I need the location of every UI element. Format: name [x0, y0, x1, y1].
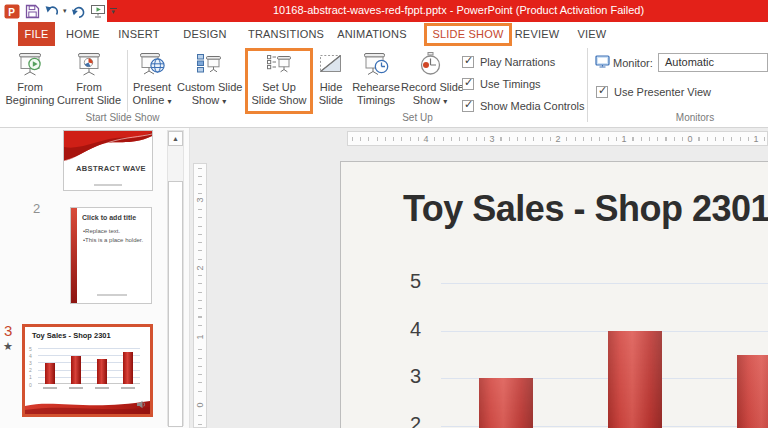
svg-text:P: P: [8, 6, 15, 17]
dropdown-caret-icon: ▾: [222, 97, 226, 106]
thumbnail-scrollbar[interactable]: ▲: [167, 130, 184, 426]
group-label-monitors: Monitors: [610, 112, 768, 123]
mini-chart-bar: [45, 363, 55, 385]
checkbox[interactable]: [596, 86, 608, 98]
save-icon[interactable]: [24, 2, 41, 20]
button-label: Show ▾: [401, 94, 459, 108]
mini-chart-bar: [123, 352, 133, 384]
slide-1-title: ABSTRACT WAVE: [76, 164, 146, 173]
from-beginning-icon: [14, 50, 46, 80]
slide-1-thumbnail[interactable]: ABSTRACT WAVE: [63, 130, 153, 191]
tab-insert[interactable]: INSERT: [116, 22, 162, 46]
scrollbar-thumb[interactable]: [168, 181, 183, 427]
checkbox[interactable]: [462, 78, 474, 90]
animation-star-icon: ★: [3, 340, 13, 353]
tab-home[interactable]: HOME: [62, 22, 104, 46]
slide-canvas[interactable]: Toy Sales - Shop 2301 5432: [340, 161, 768, 428]
scroll-up-arrow-icon[interactable]: ▲: [168, 131, 183, 146]
tab-design[interactable]: DESIGN: [182, 22, 228, 46]
set-up-slide-show-icon: [263, 50, 295, 80]
dropdown-caret-icon: ▾: [443, 97, 447, 106]
checkbox-label: Play Narrations: [480, 56, 555, 68]
button-label: Show ▾: [177, 94, 241, 108]
tab-animations[interactable]: ANIMATIONS: [336, 22, 408, 46]
horizontal-ruler: 4 3 2 1 0 1: [347, 131, 768, 146]
mini-y-axis-label: 1: [29, 374, 32, 380]
start-slideshow-icon[interactable]: [89, 2, 107, 20]
undo-icon[interactable]: [43, 2, 60, 20]
record-slide-show-button[interactable]: Record Slide Show ▾: [401, 48, 459, 122]
tab-review[interactable]: REVIEW: [512, 22, 562, 46]
button-label: Online ▾: [129, 94, 175, 108]
record-slide-show-icon: [414, 50, 446, 80]
ruler-number: 3: [486, 133, 497, 145]
mini-x-axis-label: [69, 387, 83, 389]
tab-transitions[interactable]: TRANSITIONS: [248, 22, 316, 46]
button-label: Custom Slide: [177, 81, 241, 94]
slide-2-bullet: This is a place holder.: [83, 237, 143, 243]
ruler-number: 4: [420, 133, 431, 145]
ruler-number: 3: [194, 194, 206, 206]
chart-gridline: [441, 283, 768, 284]
tab-view[interactable]: VIEW: [570, 22, 614, 46]
tab-slide-show[interactable]: SLIDE SHOW: [430, 22, 506, 46]
red-accent-bar: [71, 208, 77, 303]
button-label: Beginning: [5, 94, 55, 107]
rehearse-timings-icon: [360, 50, 392, 80]
mini-chart-bar: [97, 359, 107, 384]
set-up-slide-show-button[interactable]: Set Up Slide Show: [249, 48, 309, 122]
slide-3-thumbnail[interactable]: Toy Sales - Shop 2301 012345: [22, 324, 153, 417]
use-presenter-view-checkbox[interactable]: Use Presenter View: [596, 84, 711, 99]
main-area: ABSTRACT WAVE 2 Click to add title Repla…: [0, 128, 768, 428]
tab-file[interactable]: FILE: [18, 22, 55, 46]
from-current-slide-button[interactable]: From Current Slide: [55, 48, 123, 122]
checkbox[interactable]: [462, 56, 474, 68]
monitor-dropdown[interactable]: Automatic: [658, 53, 768, 72]
button-label: Record Slide: [401, 81, 459, 94]
mini-y-axis-label: 0: [29, 382, 32, 388]
custom-slide-show-icon: [193, 50, 225, 80]
mini-x-axis-label: [121, 387, 135, 389]
powerpoint-logo-icon[interactable]: P: [3, 2, 22, 20]
speaker-icon: [137, 400, 147, 410]
present-online-button[interactable]: Present Online ▾: [129, 48, 175, 122]
play-narrations-checkbox[interactable]: Play Narrations: [462, 54, 555, 69]
mini-x-axis-label: [95, 387, 109, 389]
ribbon-divider: [127, 50, 128, 112]
button-label: Slide Show: [249, 94, 309, 107]
from-beginning-button[interactable]: From Beginning: [5, 48, 55, 122]
y-axis-tick-label: 5: [381, 270, 421, 293]
y-axis-tick-label: 4: [381, 318, 421, 341]
redo-icon[interactable]: [70, 2, 87, 20]
y-axis-tick-label: 3: [381, 365, 421, 388]
button-label: Set Up: [249, 81, 309, 94]
ribbon-tab-row: FILE HOME INSERT DESIGN TRANSITIONS ANIM…: [0, 22, 768, 46]
mini-y-axis-label: 2: [29, 367, 32, 373]
show-media-controls-checkbox[interactable]: Show Media Controls: [462, 98, 585, 113]
window-title: 10168-abstract-waves-red-fppt.pptx - Pow…: [273, 4, 644, 16]
hide-slide-button[interactable]: Hide Slide: [311, 48, 351, 122]
use-timings-checkbox[interactable]: Use Timings: [462, 76, 541, 91]
undo-caret-icon[interactable]: ▾: [62, 2, 68, 20]
slide-3-number: 3: [4, 322, 12, 339]
button-label: Present: [129, 81, 175, 94]
checkbox-label: Show Media Controls: [480, 100, 585, 112]
slide-2-thumbnail[interactable]: Click to add title Replace text. This is…: [70, 207, 152, 304]
bar-chart[interactable]: 5432: [341, 162, 768, 428]
button-label: Current Slide: [55, 94, 123, 107]
checkbox[interactable]: [462, 100, 474, 112]
mini-y-axis-label: 5: [29, 346, 32, 352]
present-online-icon: [136, 50, 168, 80]
custom-slide-show-button[interactable]: Custom Slide Show ▾: [177, 48, 241, 122]
ruler-number: 1: [194, 331, 206, 343]
button-label: Hide: [311, 81, 351, 94]
chart-gridline: [441, 331, 768, 332]
vertical-ruler: 3 2 1 0: [193, 163, 207, 428]
ruler-number: 0: [684, 133, 695, 145]
abstract-wave-graphic: [64, 131, 152, 165]
rehearse-timings-button[interactable]: Rehearse Timings: [351, 48, 401, 122]
customize-toolbar-icon[interactable]: ▾: [109, 2, 118, 20]
chart-bar: [608, 331, 662, 428]
slide-2-number: 2: [33, 201, 40, 216]
ruler-number: 2: [552, 133, 563, 145]
